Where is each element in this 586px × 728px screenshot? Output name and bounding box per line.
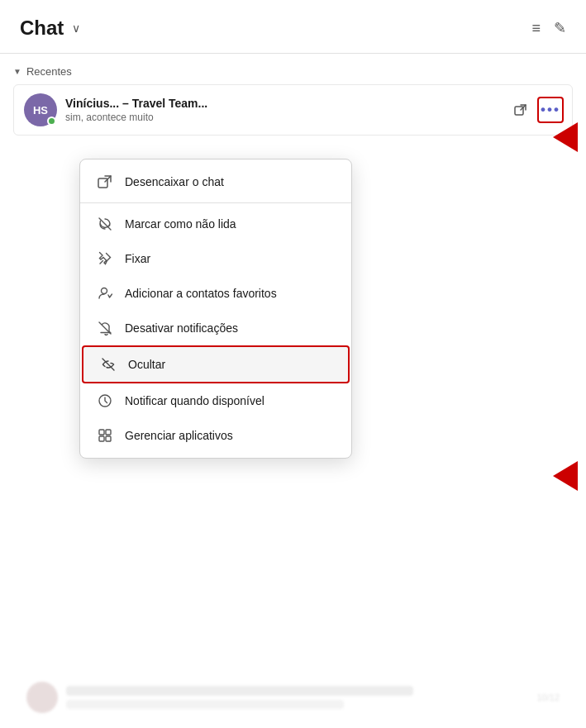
menu-label-desativar-notificacoes: Desativar notificações [125, 321, 238, 335]
app-container: Chat ∨ ≡ ✎ ▼ Recentes HS Vinícius... – T… [0, 0, 586, 728]
menu-label-desencaixar: Desencaixar o chat [125, 175, 224, 188]
bg-text [66, 686, 528, 709]
recentes-section: ▼ Recentes HS Vinícius... – Travel Team.… [0, 54, 586, 142]
background-chat-list: 10/12 [0, 667, 586, 728]
unread-icon [97, 216, 113, 232]
context-menu: Desencaixar o chat Marcar como não lida … [79, 159, 352, 459]
svg-rect-5 [106, 430, 111, 435]
menu-item-desativar-notificacoes[interactable]: Desativar notificações [80, 311, 351, 345]
popout-icon[interactable] [509, 98, 532, 121]
menu-item-fixar[interactable]: Fixar [80, 241, 351, 276]
menu-item-adicionar-favoritos[interactable]: Adicionar a contatos favoritos [80, 276, 351, 311]
filter-icon[interactable]: ≡ [531, 20, 541, 37]
svg-rect-7 [106, 436, 111, 441]
menu-item-notificar-disponivel[interactable]: Notificar quando disponível [80, 383, 351, 418]
svg-point-2 [102, 288, 107, 294]
chat-preview: sim, acontece muito [65, 112, 501, 123]
menu-item-marcar-nao-lida[interactable]: Marcar como não lida [80, 207, 351, 241]
menu-label-gerenciar-aplicativos: Gerenciar aplicativos [125, 429, 233, 442]
recentes-label: ▼ Recentes [13, 65, 573, 78]
menu-label-notificar-disponivel: Notificar quando disponível [125, 394, 264, 407]
annotation-arrow-2 [553, 461, 578, 491]
header: Chat ∨ ≡ ✎ [0, 0, 586, 54]
bg-chat-item: 10/12 [13, 673, 573, 721]
notify-available-icon [97, 393, 113, 409]
menu-label-fixar: Fixar [125, 252, 150, 265]
avatar-initials: HS [33, 104, 48, 117]
menu-item-desencaixar[interactable]: Desencaixar o chat [80, 164, 351, 199]
chat-name: Vinícius... – Travel Team... [65, 97, 501, 110]
recentes-text: Recentes [26, 65, 72, 78]
compose-icon[interactable]: ✎ [554, 19, 566, 37]
popout-icon [97, 174, 113, 190]
hide-icon [100, 356, 117, 373]
annotation-arrow-1 [553, 122, 578, 152]
chevron-down-icon[interactable]: ∨ [72, 21, 80, 35]
svg-rect-6 [99, 436, 104, 441]
menu-label-adicionar-favoritos: Adicionar a contatos favoritos [125, 287, 277, 300]
favorite-contact-icon [97, 285, 113, 302]
chat-actions: ••• [509, 97, 564, 123]
header-left: Chat ∨ [20, 17, 80, 40]
page-title: Chat [20, 17, 64, 40]
apps-icon [97, 427, 113, 444]
chat-list-item[interactable]: HS Vinícius... – Travel Team... sim, aco… [13, 84, 573, 136]
collapse-triangle-icon[interactable]: ▼ [13, 67, 21, 76]
online-status-badge [47, 117, 56, 126]
bg-avatar [26, 682, 58, 713]
avatar: HS [24, 93, 57, 126]
more-options-button[interactable]: ••• [537, 97, 564, 123]
svg-rect-4 [99, 430, 104, 435]
header-icons: ≡ ✎ [531, 19, 566, 37]
pin-icon [97, 250, 113, 267]
menu-label-ocultar: Ocultar [128, 358, 165, 371]
menu-divider-1 [80, 202, 351, 203]
menu-item-ocultar[interactable]: Ocultar [82, 345, 350, 383]
mute-notifications-icon [97, 320, 113, 336]
bg-timestamp: 10/12 [536, 692, 560, 702]
menu-label-marcar-nao-lida: Marcar como não lida [125, 217, 236, 231]
chat-info: Vinícius... – Travel Team... sim, aconte… [65, 97, 501, 123]
menu-item-gerenciar-aplicativos[interactable]: Gerenciar aplicativos [80, 418, 351, 453]
